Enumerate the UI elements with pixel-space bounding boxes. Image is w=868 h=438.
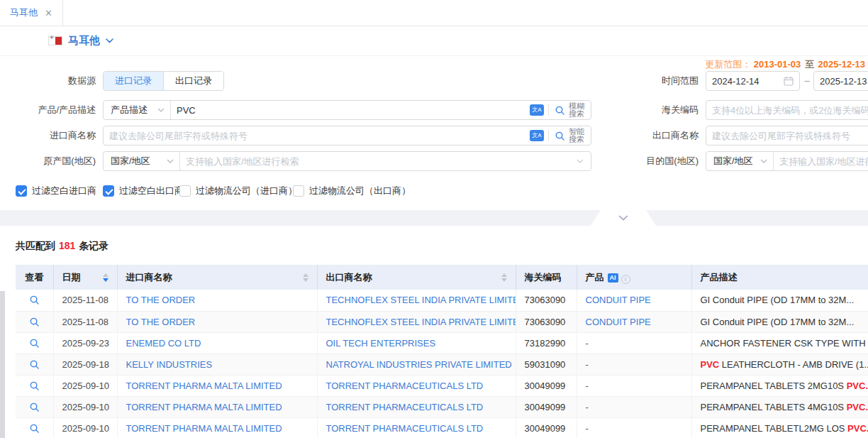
column-hs-code: 海关编码 <box>516 265 577 290</box>
exporter-label: 出口商名称 <box>610 126 699 146</box>
origin-input[interactable] <box>180 156 577 167</box>
ai-badge: AI <box>608 273 618 283</box>
translate-icon[interactable]: 文A <box>530 104 544 116</box>
column-importer: 进口商名称 <box>117 265 317 290</box>
collapse-panel-handle[interactable] <box>591 210 656 226</box>
destination-input[interactable] <box>774 156 868 167</box>
product-cell: - <box>586 423 589 434</box>
exporter-link[interactable]: NATROYAL INDUSTRIES PRIVATE LIMITED <box>326 359 512 370</box>
description-cell: GI Conduit PIPE (OD 17MM to 32M... <box>701 317 855 327</box>
filter-logistics-exporter-checkbox[interactable]: 过滤物流公司（出口商） <box>293 185 411 197</box>
chevron-down-icon[interactable] <box>106 38 113 43</box>
tab-title: 马耳他 <box>10 6 38 19</box>
view-record-button[interactable] <box>16 376 53 396</box>
destination-type-select[interactable]: 国家/地区 <box>706 152 774 170</box>
exporter-link[interactable]: TORRENT PHARMACEUTICALS LTD <box>326 423 484 434</box>
product-label: 产品/产品描述 <box>0 100 96 120</box>
view-record-button[interactable] <box>16 354 53 375</box>
table-row: 2025-09-10 TORRENT PHARMA MALTA LIMITED … <box>16 396 868 417</box>
view-record-button[interactable] <box>16 397 53 417</box>
exporter-link[interactable]: TORRENT PHARMACEUTICALS LTD <box>326 380 484 391</box>
import-records-tab[interactable]: 进口记录 <box>104 72 163 90</box>
date-cell: 2025-11-08 <box>62 317 109 327</box>
description-cell: GI Conduit PIPE (OD 17MM to 32M... <box>701 295 855 305</box>
left-scroll-strip[interactable] <box>0 291 5 438</box>
chevron-down-icon[interactable] <box>577 159 584 163</box>
results-summary: 共匹配到181条记录 <box>16 240 108 253</box>
view-record-button[interactable] <box>16 333 53 354</box>
product-link[interactable]: CONDUIT PIPE <box>586 317 651 327</box>
hs-code-cell: 30049099 <box>525 402 566 412</box>
date-to-input[interactable]: 2025-12-13 <box>813 71 868 91</box>
tab-bar: 马耳他 ✕ <box>0 0 868 26</box>
description-cell: ANCHOR FASTENER CSK TYPE WITH ... <box>701 338 868 349</box>
chevron-down-icon <box>157 108 165 112</box>
search-icon <box>29 380 40 391</box>
origin-control: 国家/地区 <box>103 151 591 171</box>
origin-type-select[interactable]: 国家/地区 <box>104 152 180 170</box>
importer-link[interactable]: KELLY INDUSTRIES <box>126 359 213 370</box>
view-record-button[interactable] <box>16 418 53 438</box>
description-cell: PERAMPANEL TABLETS 4MG10S PVC... <box>701 402 868 412</box>
tab-malta[interactable]: 马耳他 ✕ <box>0 0 63 26</box>
date-range-separator: – <box>802 71 812 91</box>
exporter-input[interactable] <box>706 131 868 141</box>
product-search-input[interactable] <box>171 105 525 116</box>
checkbox-icon[interactable] <box>16 185 27 197</box>
view-record-button[interactable] <box>16 312 53 332</box>
search-icon <box>29 359 40 370</box>
sort-icon-exporter[interactable] <box>501 273 507 282</box>
export-records-tab[interactable]: 出口记录 <box>163 72 223 90</box>
sort-icon-importer[interactable] <box>303 273 308 282</box>
column-date: 日期 <box>53 265 117 290</box>
description-cell: PVC LEATHERCLOTH - AMB DRIVE (1... <box>701 359 868 370</box>
info-icon[interactable]: i <box>621 275 630 284</box>
data-source-label: 数据源 <box>0 71 96 91</box>
filter-logistics-importer-checkbox[interactable]: 过滤物流公司（进口商） <box>179 185 297 197</box>
checkbox-icon[interactable] <box>179 185 191 197</box>
filter-blank-importer-checkbox[interactable]: 过滤空白进口商 <box>16 185 96 197</box>
malta-flag-icon: ✚ <box>48 36 62 45</box>
importer-link[interactable]: TO THE ORDER <box>126 317 196 327</box>
update-range-from: 2013-01-03 <box>754 59 801 70</box>
date-from-input[interactable]: 2024-12-14 <box>706 71 800 91</box>
checkbox-icon[interactable] <box>293 185 304 197</box>
hs-code-input[interactable] <box>706 105 868 116</box>
importer-input[interactable] <box>104 131 525 141</box>
view-record-button[interactable] <box>16 290 53 311</box>
date-cell: 2025-09-10 <box>62 423 110 434</box>
exporter-link[interactable]: OIL TECH ENTERPRISES <box>326 338 436 349</box>
importer-link[interactable]: TO THE ORDER <box>126 295 196 305</box>
product-field-select[interactable]: 产品描述 <box>104 101 171 119</box>
time-range-label: 时间范围 <box>610 71 699 91</box>
fuzzy-search-button[interactable]: 模糊搜索 <box>549 102 591 118</box>
chevron-down-icon <box>618 215 628 221</box>
filter-blank-exporter-checkbox[interactable]: 过滤空白出口商 <box>103 185 184 197</box>
product-search-control: 产品描述 文A 模糊搜索 <box>103 100 591 120</box>
chevron-down-icon <box>760 159 767 163</box>
hs-code-cell: 59031090 <box>525 359 566 370</box>
importer-link[interactable]: ENEMED CO LTD <box>126 338 201 349</box>
results-table: 查看 日期 进口商名称 出口商名称 海关编码 <box>16 265 868 438</box>
product-cell: - <box>586 338 589 349</box>
translate-icon[interactable]: 文A <box>530 130 544 141</box>
smart-search-button[interactable]: 智能搜索 <box>549 128 591 143</box>
filter-panel-footer <box>0 210 868 226</box>
importer-link[interactable]: TORRENT PHARMA MALTA LIMITED <box>126 402 282 412</box>
table-header-row: 查看 日期 进口商名称 出口商名称 海关编码 <box>16 265 868 290</box>
checkbox-icon[interactable] <box>103 185 114 197</box>
importer-link[interactable]: TORRENT PHARMA MALTA LIMITED <box>126 423 282 434</box>
importer-link[interactable]: TORRENT PHARMA MALTA LIMITED <box>126 380 282 391</box>
hs-code-cell: 30049099 <box>525 423 566 434</box>
product-cell: - <box>586 380 589 391</box>
importer-label: 进口商名称 <box>0 126 96 146</box>
product-link[interactable]: CONDUIT PIPE <box>586 295 651 305</box>
date-cell: 2025-09-10 <box>62 380 110 391</box>
tab-close-icon[interactable]: ✕ <box>45 9 52 18</box>
date-cell: 2025-09-10 <box>62 402 110 412</box>
exporter-link[interactable]: TECHNOFLEX STEEL INDIA PRIVATE LIMITED <box>326 317 516 327</box>
exporter-link[interactable]: TORRENT PHARMACEUTICALS LTD <box>326 402 484 412</box>
table-row: 2025-09-10 TORRENT PHARMA MALTA LIMITED … <box>16 375 868 396</box>
exporter-link[interactable]: TECHNOFLEX STEEL INDIA PRIVATE LIMITED <box>326 295 516 305</box>
sort-icon-date[interactable] <box>103 273 108 282</box>
